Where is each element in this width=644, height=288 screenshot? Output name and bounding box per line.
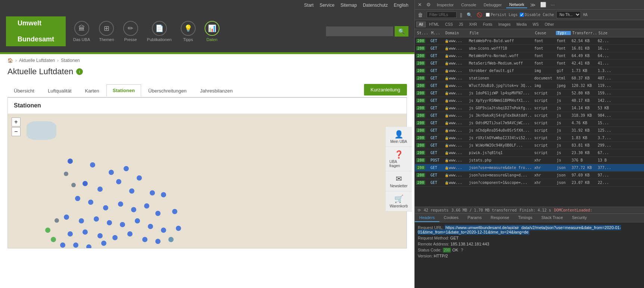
filter-other[interactable]: Other xyxy=(542,22,557,27)
detail-tab-timings[interactable]: Timings xyxy=(514,214,537,222)
network-row[interactable]: 200 GET 🔒www... stationen document html … xyxy=(415,75,644,82)
station-dot[interactable] xyxy=(68,231,73,237)
col-domain-header[interactable]: Domain xyxy=(444,31,468,35)
network-row[interactable]: 200 POST 🔒www... jstats.php xhr js 376 B… xyxy=(415,157,644,164)
tab-ubersicht[interactable]: Übersicht xyxy=(7,85,41,97)
network-row[interactable]: 200 GET 🔒www... json?use=measure&lang=d.… xyxy=(415,172,644,179)
map[interactable]: + − xyxy=(8,114,407,248)
filter-fonts[interactable]: Fonts xyxy=(480,22,495,27)
nav-themen[interactable]: ⊞ Themen xyxy=(99,21,114,42)
station-dot-green[interactable] xyxy=(51,237,56,242)
station-dot[interactable] xyxy=(75,196,80,201)
network-row[interactable]: 200 GET 🔒www... json?component=1&scope=.… xyxy=(415,179,644,187)
detail-tab-stacktrace[interactable]: Stack Trace xyxy=(537,214,567,222)
filter-url-input[interactable] xyxy=(427,12,457,18)
filter-js[interactable]: JS xyxy=(456,22,466,27)
network-row[interactable]: 200 GET 🔒www... MetaWebPro-Normal.woff f… xyxy=(415,52,644,60)
filter-regex-button[interactable]: || xyxy=(459,12,463,18)
station-dot[interactable] xyxy=(131,207,136,212)
station-dot[interactable] xyxy=(137,175,142,181)
nav-english[interactable]: English xyxy=(394,3,408,8)
detail-tab-security[interactable]: Security xyxy=(567,214,591,222)
station-dot[interactable] xyxy=(79,218,84,223)
kurzanleitung-button[interactable]: Kurzanleitung xyxy=(364,84,407,96)
network-row[interactable]: 200 GET 🔒www... js_GOF9siaJtsbqiD27nPokf… xyxy=(415,104,644,112)
station-dot[interactable] xyxy=(120,222,125,227)
station-dot-gray[interactable] xyxy=(71,183,76,187)
filter-xhr[interactable]: XHR xyxy=(467,22,480,27)
throttle-select[interactable]: No Th... xyxy=(556,11,581,18)
map-zoom-out[interactable]: − xyxy=(12,127,21,136)
persist-logs-checkbox[interactable] xyxy=(486,13,490,17)
station-dot[interactable] xyxy=(150,190,155,195)
station-dot[interactable] xyxy=(118,201,123,207)
map-zoom-in[interactable]: + xyxy=(12,118,21,126)
tab-jahresbilanzen[interactable]: Jahresbilanzen xyxy=(194,85,239,97)
station-dot[interactable] xyxy=(155,211,161,216)
clear-button[interactable]: 🗑 xyxy=(416,11,424,19)
station-dot[interactable] xyxy=(161,228,166,233)
breadcrumb-luftdaten[interactable]: Aktuelle Luftdaten xyxy=(19,58,55,63)
tab-inspector[interactable]: Inspector xyxy=(434,2,457,8)
filter-media[interactable]: Media xyxy=(514,22,529,27)
station-dot[interactable] xyxy=(109,170,114,175)
station-dot[interactable] xyxy=(103,205,108,210)
tab-uberschreitungen[interactable]: Überschreitungen xyxy=(142,85,193,97)
col-file-header[interactable]: File xyxy=(468,31,533,35)
nav-das-uba[interactable]: 🏛 Das UBA xyxy=(73,21,90,42)
devtools-settings-button[interactable]: ⚙ xyxy=(425,1,432,8)
network-row[interactable]: 200 GET 🔒www... js_rUXzlkOYwWbpI2334lvi5… xyxy=(415,134,644,142)
more-tabs-button[interactable]: ≫ xyxy=(529,1,537,9)
station-dot[interactable] xyxy=(124,166,129,171)
station-dot[interactable] xyxy=(97,187,103,192)
detail-tab-params[interactable]: Params xyxy=(463,214,486,222)
info-icon[interactable]: i xyxy=(76,68,83,75)
mein-uba-button[interactable]: 👤 Mein UBA xyxy=(386,127,412,147)
logo[interactable]: Umwelt Bundesamt xyxy=(6,16,66,46)
station-dot[interactable] xyxy=(90,162,95,168)
network-row[interactable]: 200 GET 🔒www... js_XpYyyrRSNWmS1BPM4sfX1… xyxy=(415,97,644,104)
network-row[interactable]: 200 GET 🔒www... js_nChdpRnsD54u0x0Sr5fXH… xyxy=(415,127,644,134)
filter-ws[interactable]: WS xyxy=(530,22,541,27)
newsletter-button[interactable]: ✉ Newsletter xyxy=(386,171,412,191)
warenkorb-button[interactable]: 🛒 Warenkorb xyxy=(386,191,412,212)
search-input[interactable] xyxy=(326,26,393,36)
station-dot[interactable] xyxy=(155,239,161,244)
station-dot[interactable] xyxy=(148,224,153,229)
station-dot[interactable] xyxy=(176,226,181,231)
overflow-button[interactable]: ··· xyxy=(549,1,556,8)
network-row[interactable]: 200 GET 🔒www... uba-icons.woff?10 font f… xyxy=(415,45,644,52)
status-help-icon[interactable]: ? xyxy=(461,248,463,252)
network-row[interactable]: 200 GET 🔒www... piwik.js?q81tq1 script j… xyxy=(415,149,644,157)
nav-tipps[interactable]: 💡 Tipps xyxy=(181,21,196,42)
detail-tab-cookies[interactable]: Cookies xyxy=(439,214,463,222)
tab-stationen[interactable]: Stationen xyxy=(106,84,141,97)
filter-all[interactable]: All xyxy=(416,22,426,27)
col-size-header[interactable]: Size xyxy=(597,31,612,35)
col-type-header[interactable]: Typ↑ xyxy=(556,31,571,35)
station-dot[interactable] xyxy=(101,241,106,246)
col-transfer-header[interactable]: Transferr... xyxy=(571,31,597,35)
detail-tab-headers[interactable]: Headers xyxy=(415,214,439,222)
col-cause-header[interactable]: Cause xyxy=(533,31,556,35)
network-row[interactable]: 200 GET 🔒www... throbber_default.gif img… xyxy=(415,67,644,75)
nav-datenschutz[interactable]: Datenschutz xyxy=(363,3,388,8)
col-status-header[interactable]: St... xyxy=(416,31,430,35)
station-dot[interactable] xyxy=(64,215,69,220)
station-dot[interactable] xyxy=(86,244,91,248)
network-row[interactable]: 200 GET 🔒www... W7ucfJUuBi0.jpg?itok=v_3… xyxy=(415,82,644,90)
station-dot[interactable] xyxy=(83,181,88,186)
breadcrumb-home[interactable]: 🏠 xyxy=(7,58,13,63)
station-dot[interactable] xyxy=(168,237,174,242)
disable-cache-checkbox[interactable] xyxy=(520,13,524,17)
station-dot[interactable] xyxy=(135,218,140,223)
station-dot[interactable] xyxy=(97,233,103,238)
station-dot[interactable] xyxy=(68,159,73,164)
search-button[interactable]: 🔍 xyxy=(395,26,408,37)
detail-tab-response[interactable]: Response xyxy=(486,214,514,222)
network-row[interactable]: 200 GET 🔒www... MetaWebPro-Bold.woff fon… xyxy=(415,37,644,45)
filter-images[interactable]: Images xyxy=(496,22,513,27)
search-button[interactable]: 🔍 xyxy=(466,12,473,18)
nav-daten[interactable]: 📊 Daten xyxy=(205,21,220,42)
tab-network[interactable]: Network xyxy=(506,1,527,8)
